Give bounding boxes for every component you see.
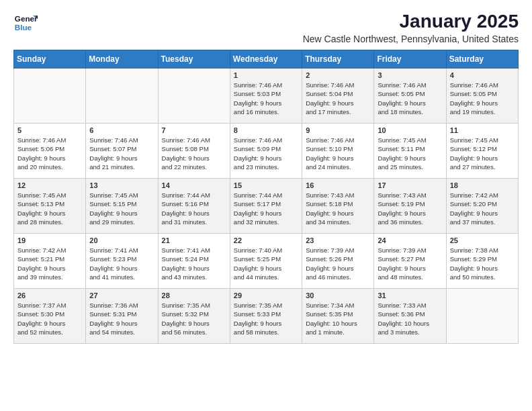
day-cell: 25Sunrise: 7:38 AM Sunset: 5:29 PM Dayli… xyxy=(446,234,518,289)
calendar-body: 1Sunrise: 7:46 AM Sunset: 5:03 PM Daylig… xyxy=(14,68,519,344)
day-cell: 9Sunrise: 7:46 AM Sunset: 5:10 PM Daylig… xyxy=(302,124,374,179)
week-row: 5Sunrise: 7:46 AM Sunset: 5:06 PM Daylig… xyxy=(14,124,519,179)
day-info: Sunrise: 7:35 AM Sunset: 5:33 PM Dayligh… xyxy=(234,301,298,336)
day-number: 25 xyxy=(450,236,515,244)
day-info: Sunrise: 7:35 AM Sunset: 5:32 PM Dayligh… xyxy=(162,301,226,336)
month-title: January 2025 xyxy=(303,11,519,32)
day-cell xyxy=(86,68,158,124)
day-number: 7 xyxy=(162,126,226,134)
day-info: Sunrise: 7:34 AM Sunset: 5:35 PM Dayligh… xyxy=(306,301,370,336)
day-number: 3 xyxy=(378,71,442,79)
day-cell: 5Sunrise: 7:46 AM Sunset: 5:06 PM Daylig… xyxy=(14,124,86,179)
day-cell: 23Sunrise: 7:39 AM Sunset: 5:26 PM Dayli… xyxy=(302,234,374,289)
day-cell: 6Sunrise: 7:46 AM Sunset: 5:07 PM Daylig… xyxy=(86,124,158,179)
weekday-header: SundayMondayTuesdayWednesdayThursdayFrid… xyxy=(14,50,519,68)
page: General Blue January 2025 New Castle Nor… xyxy=(0,0,532,355)
day-info: Sunrise: 7:45 AM Sunset: 5:11 PM Dayligh… xyxy=(378,136,442,171)
logo-icon: General Blue xyxy=(13,11,38,35)
day-cell: 3Sunrise: 7:46 AM Sunset: 5:05 PM Daylig… xyxy=(374,68,446,124)
weekday-header-cell: Saturday xyxy=(446,50,518,68)
weekday-header-cell: Friday xyxy=(374,50,446,68)
day-cell: 17Sunrise: 7:43 AM Sunset: 5:19 PM Dayli… xyxy=(374,179,446,234)
day-cell xyxy=(14,68,86,124)
week-row: 12Sunrise: 7:45 AM Sunset: 5:13 PM Dayli… xyxy=(14,179,519,234)
day-cell xyxy=(158,68,230,124)
day-cell: 22Sunrise: 7:40 AM Sunset: 5:25 PM Dayli… xyxy=(230,234,302,289)
day-number: 18 xyxy=(450,181,515,189)
day-info: Sunrise: 7:46 AM Sunset: 5:07 PM Dayligh… xyxy=(89,136,154,171)
day-cell xyxy=(446,289,518,344)
day-cell: 8Sunrise: 7:46 AM Sunset: 5:09 PM Daylig… xyxy=(230,124,302,179)
day-cell: 2Sunrise: 7:46 AM Sunset: 5:04 PM Daylig… xyxy=(302,68,374,124)
day-info: Sunrise: 7:40 AM Sunset: 5:25 PM Dayligh… xyxy=(234,246,298,281)
day-number: 14 xyxy=(162,181,226,189)
day-number: 31 xyxy=(378,291,442,300)
week-row: 1Sunrise: 7:46 AM Sunset: 5:03 PM Daylig… xyxy=(14,68,519,124)
day-cell: 29Sunrise: 7:35 AM Sunset: 5:33 PM Dayli… xyxy=(230,289,302,344)
svg-text:General: General xyxy=(15,14,38,23)
day-number: 26 xyxy=(17,291,82,300)
day-number: 16 xyxy=(306,181,370,189)
day-number: 27 xyxy=(89,291,154,300)
day-number: 5 xyxy=(17,126,82,134)
day-info: Sunrise: 7:44 AM Sunset: 5:17 PM Dayligh… xyxy=(234,191,298,226)
day-info: Sunrise: 7:38 AM Sunset: 5:29 PM Dayligh… xyxy=(450,246,515,281)
day-number: 22 xyxy=(234,236,298,244)
day-info: Sunrise: 7:41 AM Sunset: 5:24 PM Dayligh… xyxy=(162,246,226,281)
day-info: Sunrise: 7:42 AM Sunset: 5:20 PM Dayligh… xyxy=(450,191,515,226)
day-cell: 31Sunrise: 7:33 AM Sunset: 5:36 PM Dayli… xyxy=(374,289,446,344)
day-info: Sunrise: 7:46 AM Sunset: 5:10 PM Dayligh… xyxy=(306,136,370,171)
calendar-table: SundayMondayTuesdayWednesdayThursdayFrid… xyxy=(13,50,519,344)
day-number: 8 xyxy=(234,126,298,134)
day-number: 13 xyxy=(89,181,154,189)
day-number: 30 xyxy=(306,291,370,300)
day-cell: 11Sunrise: 7:45 AM Sunset: 5:12 PM Dayli… xyxy=(446,124,518,179)
title-area: January 2025 New Castle Northwest, Penns… xyxy=(303,11,519,44)
day-info: Sunrise: 7:43 AM Sunset: 5:19 PM Dayligh… xyxy=(378,191,442,226)
day-info: Sunrise: 7:45 AM Sunset: 5:15 PM Dayligh… xyxy=(89,191,154,226)
day-cell: 27Sunrise: 7:36 AM Sunset: 5:31 PM Dayli… xyxy=(86,289,158,344)
day-cell: 24Sunrise: 7:39 AM Sunset: 5:27 PM Dayli… xyxy=(374,234,446,289)
day-info: Sunrise: 7:46 AM Sunset: 5:04 PM Dayligh… xyxy=(306,81,370,116)
day-info: Sunrise: 7:33 AM Sunset: 5:36 PM Dayligh… xyxy=(378,301,442,336)
day-info: Sunrise: 7:46 AM Sunset: 5:09 PM Dayligh… xyxy=(234,136,298,171)
day-cell: 4Sunrise: 7:46 AM Sunset: 5:05 PM Daylig… xyxy=(446,68,518,124)
day-number: 24 xyxy=(378,236,442,244)
day-number: 4 xyxy=(450,71,515,79)
day-cell: 19Sunrise: 7:42 AM Sunset: 5:21 PM Dayli… xyxy=(14,234,86,289)
day-number: 19 xyxy=(17,236,82,244)
day-info: Sunrise: 7:46 AM Sunset: 5:05 PM Dayligh… xyxy=(450,81,515,116)
day-number: 28 xyxy=(162,291,226,300)
day-info: Sunrise: 7:39 AM Sunset: 5:26 PM Dayligh… xyxy=(306,246,370,281)
day-number: 9 xyxy=(306,126,370,134)
day-info: Sunrise: 7:43 AM Sunset: 5:18 PM Dayligh… xyxy=(306,191,370,226)
day-info: Sunrise: 7:46 AM Sunset: 5:05 PM Dayligh… xyxy=(378,81,442,116)
day-number: 2 xyxy=(306,71,370,79)
header: General Blue January 2025 New Castle Nor… xyxy=(13,11,519,44)
day-number: 6 xyxy=(89,126,154,134)
day-number: 1 xyxy=(234,71,298,79)
day-number: 10 xyxy=(378,126,442,134)
weekday-header-cell: Monday xyxy=(86,50,158,68)
weekday-header-cell: Sunday xyxy=(14,50,86,68)
weekday-header-cell: Thursday xyxy=(302,50,374,68)
weekday-header-cell: Wednesday xyxy=(230,50,302,68)
day-cell: 13Sunrise: 7:45 AM Sunset: 5:15 PM Dayli… xyxy=(86,179,158,234)
day-cell: 15Sunrise: 7:44 AM Sunset: 5:17 PM Dayli… xyxy=(230,179,302,234)
day-info: Sunrise: 7:44 AM Sunset: 5:16 PM Dayligh… xyxy=(162,191,226,226)
day-cell: 12Sunrise: 7:45 AM Sunset: 5:13 PM Dayli… xyxy=(14,179,86,234)
day-cell: 16Sunrise: 7:43 AM Sunset: 5:18 PM Dayli… xyxy=(302,179,374,234)
day-cell: 10Sunrise: 7:45 AM Sunset: 5:11 PM Dayli… xyxy=(374,124,446,179)
day-cell: 21Sunrise: 7:41 AM Sunset: 5:24 PM Dayli… xyxy=(158,234,230,289)
day-number: 15 xyxy=(234,181,298,189)
day-info: Sunrise: 7:46 AM Sunset: 5:08 PM Dayligh… xyxy=(162,136,226,171)
day-number: 11 xyxy=(450,126,515,134)
day-cell: 26Sunrise: 7:37 AM Sunset: 5:30 PM Dayli… xyxy=(14,289,86,344)
day-info: Sunrise: 7:39 AM Sunset: 5:27 PM Dayligh… xyxy=(378,246,442,281)
day-cell: 14Sunrise: 7:44 AM Sunset: 5:16 PM Dayli… xyxy=(158,179,230,234)
day-number: 17 xyxy=(378,181,442,189)
day-info: Sunrise: 7:37 AM Sunset: 5:30 PM Dayligh… xyxy=(17,301,82,336)
week-row: 19Sunrise: 7:42 AM Sunset: 5:21 PM Dayli… xyxy=(14,234,519,289)
week-row: 26Sunrise: 7:37 AM Sunset: 5:30 PM Dayli… xyxy=(14,289,519,344)
weekday-header-cell: Tuesday xyxy=(158,50,230,68)
